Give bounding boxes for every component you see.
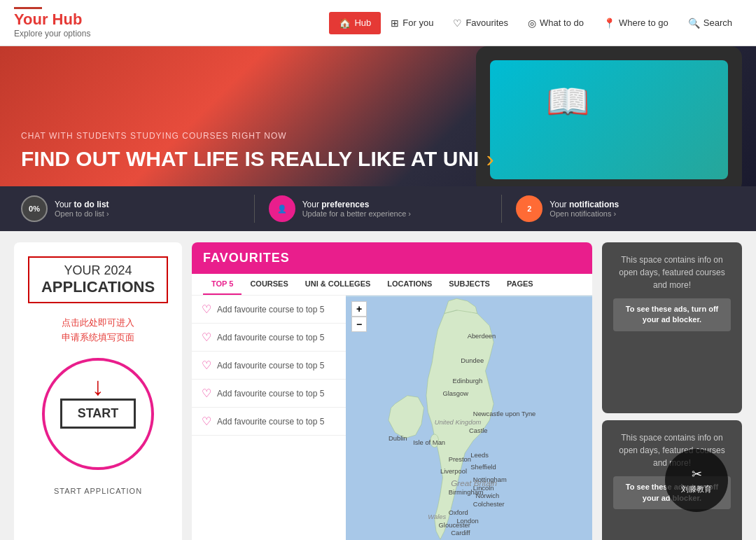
- nav-what-to-do[interactable]: ◎ What to do: [518, 12, 594, 34]
- svg-text:Dundee: Dundee: [461, 357, 484, 364]
- nav-search[interactable]: 🔍 Search: [678, 12, 742, 34]
- nav-where-to-go[interactable]: 📍 Where to go: [594, 12, 678, 34]
- heart-icon-4: ♡: [202, 387, 211, 400]
- hero-text: CHAT WITH STUDENTS STUDYING COURSES RIGH…: [21, 131, 494, 172]
- grid-icon: ⊞: [391, 18, 399, 29]
- map-area: Aberdeen Dundee Edinburgh Glasgow Newcas…: [346, 296, 592, 540]
- tablet-book-icon: 📖: [546, 81, 589, 122]
- svg-text:Great Britain: Great Britain: [451, 478, 497, 487]
- favourites-card: FAVOURITES TOP 5 COURSES UNI & COLLEGES …: [192, 242, 592, 540]
- todo-label: Your to do list: [55, 200, 109, 209]
- svg-text:Castle: Castle: [469, 427, 488, 434]
- svg-text:Norwich: Norwich: [475, 492, 499, 499]
- hero-banner: 📖 CHAT WITH STUDENTS STUDYING COURSES RI…: [0, 46, 756, 186]
- main-content: YOUR 2024 APPLICATIONS 点击此处即可进入 申请系统填写页面…: [0, 231, 756, 540]
- svg-text:Colchester: Colchester: [473, 501, 505, 508]
- logo-title: Your Hub: [14, 7, 90, 29]
- tab-pages[interactable]: PAGES: [498, 274, 542, 295]
- favourites-title: FAVOURITES: [203, 251, 581, 265]
- svg-text:Aberdeen: Aberdeen: [468, 333, 496, 340]
- fav-item-5[interactable]: ♡ Add favourite course to top 5: [192, 408, 346, 436]
- chevron-icon-2: ›: [408, 209, 411, 218]
- svg-text:Leeds: Leeds: [470, 452, 489, 459]
- tab-locations[interactable]: LOCATIONS: [379, 274, 440, 295]
- hero-arrow-icon[interactable]: ›: [486, 145, 493, 172]
- notifications-circle: 2: [516, 195, 542, 222]
- notifications-link[interactable]: Open notifications ›: [550, 209, 619, 218]
- applications-card: YOUR 2024 APPLICATIONS 点击此处即可进入 申请系统填写页面…: [14, 242, 182, 540]
- fav-item-1[interactable]: ♡ Add favourite course to top 5: [192, 296, 346, 324]
- app-card-title: YOUR 2024 APPLICATIONS: [28, 256, 168, 303]
- svg-text:Dublin: Dublin: [388, 435, 407, 442]
- ad-text-2: This space contains info on open days, f…: [613, 431, 731, 469]
- svg-text:Newcastle upon Tyne: Newcastle upon Tyne: [473, 410, 536, 417]
- map-controls: + −: [351, 301, 367, 332]
- tab-subjects[interactable]: SUBJECTS: [440, 274, 498, 295]
- map-zoom-out[interactable]: −: [351, 317, 367, 332]
- fav-item-3[interactable]: ♡ Add favourite course to top 5: [192, 352, 346, 380]
- tab-uni-colleges[interactable]: UNI & COLLEGES: [297, 274, 379, 295]
- home-icon: 🏠: [339, 18, 351, 29]
- heart-icon-5: ♡: [202, 415, 211, 428]
- notifications-label: Your notifications: [550, 200, 619, 209]
- arrow-down-icon: ↓: [92, 372, 104, 401]
- stat-divider-2: [501, 195, 502, 223]
- hero-subtitle: CHAT WITH STUDENTS STUDYING COURSES RIGH…: [21, 131, 494, 141]
- logo: Your Hub Explore your options: [14, 7, 90, 39]
- svg-text:Glasgow: Glasgow: [442, 390, 468, 397]
- ad-button-2[interactable]: To see these ads, turn off your ad block…: [613, 476, 731, 509]
- svg-text:Edinburgh: Edinburgh: [453, 378, 483, 385]
- fav-item-4[interactable]: ♡ Add favourite course to top 5: [192, 380, 346, 408]
- favourites-list: ♡ Add favourite course to top 5 ♡ Add fa…: [192, 296, 346, 540]
- heart-icon-2: ♡: [202, 331, 211, 344]
- heart-icon-1: ♡: [202, 303, 211, 316]
- map-zoom-in[interactable]: +: [351, 301, 367, 317]
- svg-text:Preston: Preston: [449, 456, 471, 463]
- nav-for-you[interactable]: ⊞ For you: [381, 12, 443, 34]
- start-application-link[interactable]: START APPLICATION: [54, 487, 142, 495]
- svg-text:Cardiff: Cardiff: [451, 529, 470, 536]
- ad-text-1: This space contains info on open days, f…: [613, 254, 731, 291]
- start-button[interactable]: START: [60, 399, 136, 429]
- svg-text:Liverpool: Liverpool: [440, 468, 467, 475]
- stat-preferences: 👤 Your preferences Update for a better e…: [269, 195, 488, 222]
- stat-notifications: 2 Your notifications Open notifications …: [516, 195, 735, 222]
- favourites-header: FAVOURITES: [192, 242, 592, 274]
- app-label: APPLICATIONS: [38, 278, 158, 296]
- chinese-text: 点击此处即可进入 申请系统填写页面: [62, 316, 134, 345]
- chevron-icon-3: ›: [613, 209, 616, 218]
- hero-title: FIND OUT WHAT LIFE IS REALLY LIKE AT UNI: [21, 147, 479, 170]
- svg-text:Sheffield: Sheffield: [470, 464, 496, 471]
- circle-icon: ◎: [528, 18, 536, 29]
- nav-favourites[interactable]: ♡ Favourites: [443, 12, 518, 34]
- map-svg: Aberdeen Dundee Edinburgh Glasgow Newcas…: [346, 296, 592, 540]
- preferences-circle: 👤: [269, 195, 295, 222]
- preferences-link[interactable]: Update for a better experience ›: [302, 209, 411, 218]
- main-nav: 🏠 Hub ⊞ For you ♡ Favourites ◎ What to d…: [329, 12, 742, 34]
- ad-button-1[interactable]: To see these ads, turn off your ad block…: [613, 298, 731, 331]
- todo-circle: 0%: [21, 195, 48, 222]
- search-icon: 🔍: [688, 18, 700, 29]
- app-year: YOUR 2024: [38, 263, 158, 278]
- header: Your Hub Explore your options 🏠 Hub ⊞ Fo…: [0, 0, 756, 46]
- preferences-label: Your preferences: [302, 200, 411, 209]
- start-circle[interactable]: START ↓: [42, 358, 154, 470]
- pin-icon: 📍: [603, 18, 615, 29]
- svg-text:Wales: Wales: [428, 513, 446, 520]
- nav-hub[interactable]: 🏠 Hub: [329, 12, 381, 34]
- favourites-tabs: TOP 5 COURSES UNI & COLLEGES LOCATIONS S…: [192, 274, 592, 296]
- heart-nav-icon: ♡: [453, 18, 462, 29]
- right-panel: This space contains info on open days, f…: [602, 242, 742, 540]
- tab-top5[interactable]: TOP 5: [203, 274, 241, 295]
- svg-text:Gloucester: Gloucester: [439, 522, 470, 529]
- stats-bar: 0% Your to do list Open to do list › 👤 Y…: [0, 186, 756, 231]
- todo-link[interactable]: Open to do list ›: [55, 209, 109, 218]
- logo-subtitle: Explore your options: [14, 29, 90, 39]
- fav-item-2[interactable]: ♡ Add favourite course to top 5: [192, 324, 346, 352]
- svg-text:Isle of Man: Isle of Man: [413, 439, 445, 446]
- stat-divider-1: [254, 195, 255, 223]
- favourites-body: ♡ Add favourite course to top 5 ♡ Add fa…: [192, 296, 592, 540]
- stat-todo: 0% Your to do list Open to do list ›: [21, 195, 240, 222]
- tab-courses[interactable]: COURSES: [241, 274, 296, 295]
- svg-text:United Kingdom: United Kingdom: [435, 419, 482, 426]
